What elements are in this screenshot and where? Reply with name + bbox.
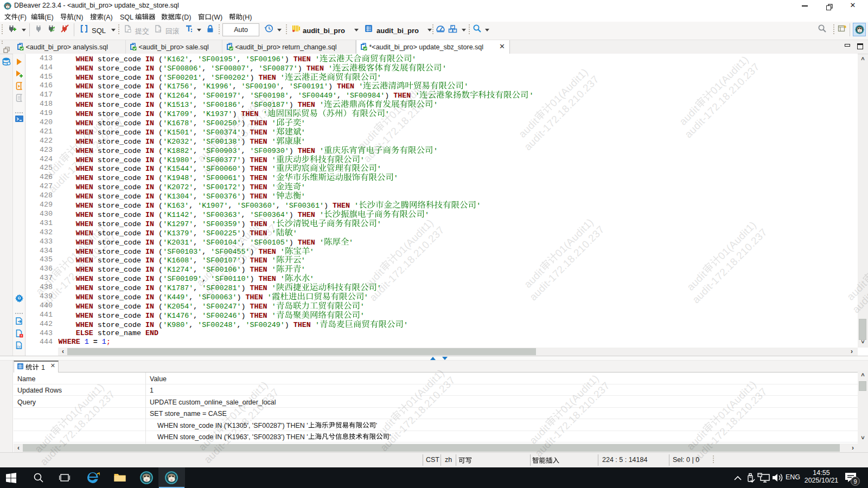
svg-text:(x): (x) [17,345,22,349]
